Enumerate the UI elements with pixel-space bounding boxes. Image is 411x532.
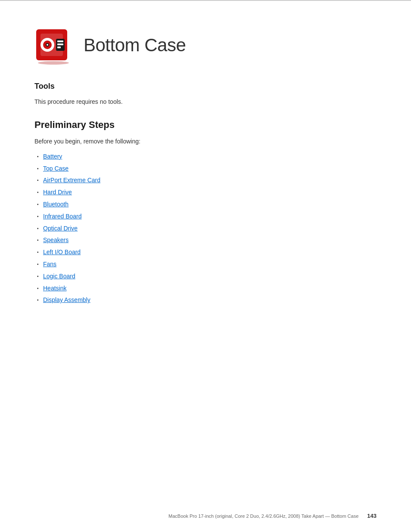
speakers-link[interactable]: Speakers <box>43 236 68 243</box>
list-item: Display Assembly <box>34 294 377 306</box>
list-item: Hard Drive <box>34 187 377 199</box>
chapter-header: Bottom Case <box>34 26 377 65</box>
list-item: Top Case <box>34 163 377 175</box>
infrared-board-link[interactable]: Infrared Board <box>43 213 82 220</box>
list-item: Bluetooth <box>34 199 377 211</box>
tools-section: Tools This procedure requires no tools. <box>34 82 377 106</box>
page-footer: MacBook Pro 17-inch (original, Core 2 Du… <box>0 513 411 519</box>
list-item: Speakers <box>34 234 377 246</box>
list-item: Infrared Board <box>34 211 377 223</box>
page-title: Bottom Case <box>84 35 186 56</box>
list-item: Fans <box>34 258 377 271</box>
left-io-board-link[interactable]: Left I/O Board <box>43 249 81 255</box>
chapter-icon <box>34 26 73 65</box>
svg-point-10 <box>38 61 69 65</box>
list-item: Heatsink <box>34 283 377 295</box>
logic-board-link[interactable]: Logic Board <box>43 273 75 280</box>
hard-drive-link[interactable]: Hard Drive <box>43 189 72 196</box>
page-number: 143 <box>367 513 377 519</box>
display-assembly-link[interactable]: Display Assembly <box>43 296 90 303</box>
list-item: Logic Board <box>34 271 377 283</box>
list-item: Optical Drive <box>34 223 377 235</box>
heatsink-link[interactable]: Heatsink <box>43 285 66 292</box>
svg-rect-8 <box>57 44 63 45</box>
optical-drive-link[interactable]: Optical Drive <box>43 225 78 232</box>
footer-text: MacBook Pro 17-inch (original, Core 2 Du… <box>168 513 358 519</box>
bluetooth-link[interactable]: Bluetooth <box>43 201 68 208</box>
tools-text: This procedure requires no tools. <box>34 97 377 106</box>
steps-list: Battery Top Case AirPort Extreme Card Ha… <box>34 151 377 306</box>
preliminary-steps-section: Preliminary Steps Before you begin, remo… <box>34 119 377 306</box>
svg-rect-7 <box>57 40 63 42</box>
list-item: Left I/O Board <box>34 246 377 258</box>
top-border <box>0 0 411 1</box>
preliminary-intro: Before you begin, remove the following: <box>34 137 377 146</box>
fans-link[interactable]: Fans <box>43 261 56 268</box>
svg-rect-9 <box>57 47 61 48</box>
tools-heading: Tools <box>34 82 377 91</box>
list-item: AirPort Extreme Card <box>34 174 377 187</box>
preliminary-heading: Preliminary Steps <box>34 119 377 131</box>
top-case-link[interactable]: Top Case <box>43 165 68 172</box>
airport-extreme-card-link[interactable]: AirPort Extreme Card <box>43 177 100 184</box>
svg-point-5 <box>47 44 48 46</box>
list-item: Battery <box>34 151 377 163</box>
battery-link[interactable]: Battery <box>43 153 62 160</box>
